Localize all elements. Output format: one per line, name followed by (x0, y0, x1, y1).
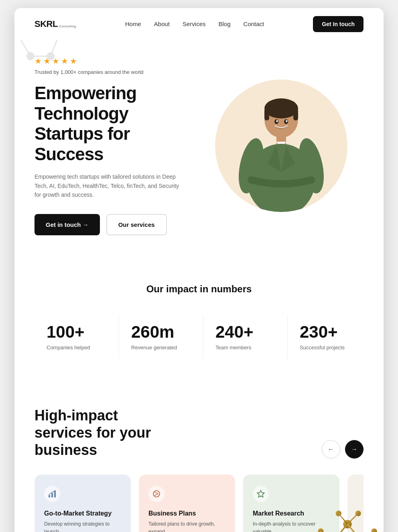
service-icon-1 (148, 486, 164, 502)
our-services-button[interactable]: Our services (106, 214, 167, 235)
star-3: ★ (52, 56, 59, 66)
service-title-1: Business Plans (148, 510, 225, 517)
star-rating: ★ ★ ★ ★ ★ (35, 56, 199, 66)
get-in-touch-button[interactable]: Get in touch → (35, 214, 100, 235)
number-item-1: 260m Revenue generated (119, 315, 195, 359)
logo-subtitle: Consulting (59, 24, 76, 28)
services-nav: ← → (322, 440, 363, 459)
star-4: ★ (61, 56, 68, 66)
arrow-left-icon: ← (328, 446, 334, 453)
number-item-0: 100+ Companies helped (35, 315, 111, 359)
service-card-1: Business Plans Tailored plans to drive g… (139, 475, 235, 532)
hero-section: ★ ★ ★ ★ ★ Trusted by 1,000+ companies ar… (14, 40, 384, 259)
bg-deco-bottom-right (303, 503, 384, 532)
numbers-title: Our impact in numbers (35, 283, 363, 295)
svg-point-17 (276, 120, 278, 122)
numbers-section: Our impact in numbers 100+ Companies hel… (14, 259, 384, 383)
number-item-3: 230+ Successful projects (287, 315, 363, 359)
svg-rect-13 (264, 108, 269, 120)
browser-frame: SKRL Consulting Home About Services Blog… (14, 8, 384, 532)
star-5: ★ (70, 56, 77, 66)
nav-item-blog[interactable]: Blog (219, 20, 231, 28)
svg-rect-14 (293, 108, 298, 120)
services-section: High-impact services for your business ←… (14, 383, 384, 532)
svg-point-12 (264, 98, 298, 118)
nav-link-home[interactable]: Home (125, 20, 141, 27)
hero-left: ★ ★ ★ ★ ★ Trusted by 1,000+ companies ar… (35, 56, 199, 235)
hero-buttons: Get in touch → Our services (35, 214, 199, 235)
person-illustration (229, 92, 333, 212)
logo-text: SKRL (35, 19, 58, 29)
service-desc-1: Tailored plans to drive growth, expand (148, 520, 225, 532)
service-desc-0: Develop winning strategies to launch (44, 520, 121, 532)
nav-link-blog[interactable]: Blog (219, 20, 231, 27)
numbers-grid: 100+ Companies helped 260m Revenue gener… (35, 315, 363, 359)
number-item-2: 240+ Team members (203, 315, 279, 359)
nav-item-about[interactable]: About (154, 20, 170, 28)
service-title-0: Go-to-Market Strategy (44, 510, 121, 517)
hero-description: Empowering tech startups with tailored s… (35, 172, 187, 199)
svg-rect-27 (51, 493, 53, 497)
hero-title: Empowering Technology Startups for Succe… (35, 83, 199, 164)
nav-cta-button[interactable]: Get In touch (313, 16, 363, 32)
number-value-1: 260m (131, 323, 183, 341)
nav-links: Home About Services Blog Contact (125, 20, 264, 28)
nav-link-about[interactable]: About (154, 20, 170, 27)
services-next-button[interactable]: → (345, 440, 363, 459)
svg-line-41 (347, 514, 358, 524)
service-card-0: Go-to-Market Strategy Develop winning st… (35, 475, 131, 532)
number-label-2: Team members (215, 344, 267, 351)
hero-right (199, 79, 363, 212)
svg-rect-26 (49, 495, 50, 497)
number-value-2: 240+ (215, 323, 267, 341)
number-label-1: Revenue generated (131, 344, 183, 351)
services-title: High-impact services for your business (35, 407, 155, 459)
trusted-text: Trusted by 1,000+ companies around the w… (35, 69, 199, 75)
svg-point-18 (286, 120, 288, 122)
nav-item-services[interactable]: Services (183, 20, 206, 28)
star-2: ★ (43, 56, 51, 66)
service-icon-2 (253, 486, 269, 502)
logo: SKRL Consulting (35, 19, 76, 29)
nav-item-home[interactable]: Home (125, 20, 141, 28)
hero-image (215, 79, 347, 212)
services-header: High-impact services for your business ←… (35, 407, 363, 459)
navbar: SKRL Consulting Home About Services Blog… (14, 8, 384, 40)
number-value-0: 100+ (47, 323, 99, 341)
svg-rect-28 (54, 491, 56, 497)
number-label-0: Companies helped (47, 344, 99, 351)
nav-link-services[interactable]: Services (183, 20, 206, 27)
service-icon-0 (44, 486, 60, 502)
nav-link-contact[interactable]: Contact (244, 20, 264, 27)
nav-item-contact[interactable]: Contact (244, 20, 264, 28)
svg-line-40 (339, 514, 347, 524)
star-1: ★ (35, 56, 42, 66)
number-value-3: 230+ (300, 323, 351, 341)
number-label-3: Successful projects (300, 344, 351, 351)
arrow-right-icon: → (351, 446, 357, 453)
services-prev-button[interactable]: ← (322, 440, 340, 459)
